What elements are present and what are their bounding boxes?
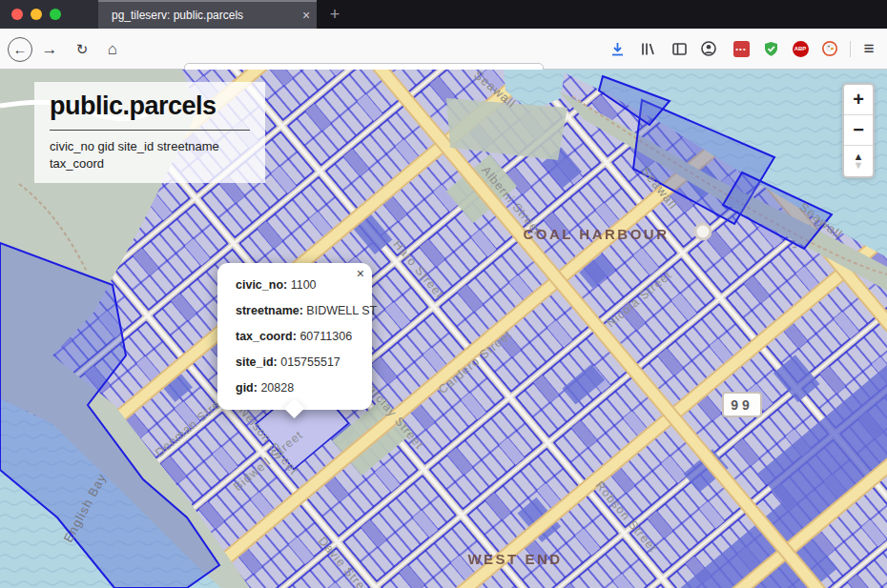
zoom-in-button[interactable]: + (844, 85, 873, 115)
roundabout (695, 224, 711, 239)
new-tab-button[interactable]: + (322, 2, 347, 27)
minimize-window-button[interactable] (31, 9, 42, 20)
tab-title: pg_tileserv: public.parcels (112, 9, 296, 22)
map-container[interactable]: Denman Street Bidwell Street Cardero Str… (0, 70, 887, 588)
map-label-west-end: WEST END (467, 551, 562, 567)
account-icon[interactable] (696, 36, 721, 61)
popup-field: gid: 20828 (236, 380, 354, 396)
popup-field: tax_coord: 60711306 (236, 329, 354, 345)
popup-field: civic_no: 1100 (236, 277, 354, 294)
nav-toolbar: ← → ↻ ⌂ i localhost:7800/public.parcels.… (0, 29, 887, 70)
zoom-out-button[interactable]: − (844, 115, 873, 146)
back-button[interactable]: ← (6, 29, 34, 70)
back-icon: ← (8, 37, 32, 62)
arrow-down-icon: ▼ (854, 161, 864, 170)
fullscreen-window-button[interactable] (50, 9, 61, 20)
abp-icon[interactable]: ABP (788, 36, 813, 61)
toolbar-separator (850, 41, 851, 57)
download-icon[interactable] (605, 36, 629, 61)
zoom-extent-button[interactable]: ▲ ▼ (844, 146, 873, 176)
title-divider (50, 130, 250, 131)
feature-popup: × civic_no: 1100 streetname: BIDWELL ST … (217, 263, 372, 410)
sidebar-icon[interactable] (667, 36, 691, 61)
extension-red-icon[interactable]: ••• (729, 36, 753, 61)
adguard-shield-icon[interactable] (758, 36, 783, 61)
layer-columns: civic_no gid site_id streetname tax_coor… (50, 138, 240, 172)
tab-close-icon[interactable]: × (296, 8, 317, 23)
zoom-control: + − ▲ ▼ (842, 83, 875, 178)
library-icon[interactable] (635, 36, 660, 61)
map-label-coal-harbour: COAL HARBOUR (523, 226, 669, 242)
browser-tab[interactable]: pg_tileserv: public.parcels × (98, 0, 317, 29)
titlebar: pg_tileserv: public.parcels × + (0, 0, 887, 29)
popup-field: site_id: 015755517 (236, 355, 354, 371)
browser-window: { "browser": { "tab_title": "pg_tileserv… (0, 0, 887, 588)
popup-close-icon[interactable]: × (357, 267, 364, 280)
traffic-lights (0, 0, 98, 29)
duckduckgo-icon[interactable] (817, 36, 842, 61)
forward-button[interactable]: → (36, 29, 63, 70)
svg-text:99: 99 (731, 397, 753, 413)
layer-title-card: public.parcels civic_no gid site_id stre… (34, 82, 265, 183)
menu-icon[interactable]: ≡ (856, 36, 881, 61)
close-window-button[interactable] (11, 9, 23, 20)
popup-field: streetname: BIDWELL ST (236, 303, 354, 319)
highway-99-shield: 99 (723, 393, 761, 416)
page-title: public.parcels (50, 91, 250, 121)
reload-button[interactable]: ↻ (69, 29, 95, 70)
home-button[interactable]: ⌂ (99, 29, 126, 70)
